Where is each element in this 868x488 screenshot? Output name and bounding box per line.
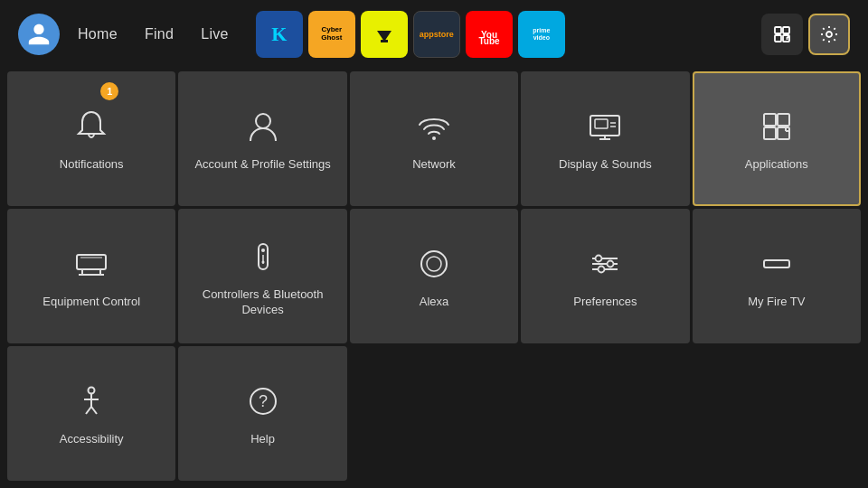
nav-find[interactable]: Find	[145, 26, 174, 42]
app-shortcut-bar: K CyberGhost appstore You Tube	[256, 11, 752, 58]
alexa-icon	[412, 242, 456, 286]
controllers-label: Controllers & Bluetooth Devices	[187, 287, 337, 318]
preferences-label: Preferences	[573, 295, 637, 310]
applications-icon	[755, 105, 798, 148]
myfiretv-label: My Fire TV	[748, 295, 805, 310]
grid-item-equipment[interactable]: Equipment Control	[7, 209, 175, 343]
svg-rect-25	[778, 127, 789, 139]
svg-text:?: ?	[259, 392, 268, 410]
svg-point-37	[261, 260, 264, 263]
svg-rect-46	[764, 260, 789, 267]
nav-links: Home Find Live	[78, 26, 229, 42]
app-appstore[interactable]: appstore	[413, 11, 460, 58]
grid-item-display[interactable]: Display & Sounds	[521, 71, 689, 206]
svg-rect-23	[778, 114, 789, 126]
settings-button[interactable]	[808, 14, 850, 55]
svg-line-51	[91, 407, 97, 414]
grid-item-preferences[interactable]: Preferences	[521, 209, 689, 343]
account-label: Account & Profile Settings	[194, 157, 330, 173]
grid-view-button[interactable]	[761, 14, 803, 55]
svg-point-35	[261, 249, 265, 252]
svg-rect-19	[595, 119, 608, 128]
grid-item-myfiretv[interactable]: My Fire TV	[693, 209, 861, 343]
svg-rect-9	[783, 35, 789, 42]
svg-line-50	[86, 407, 91, 414]
network-icon	[412, 105, 456, 148]
svg-rect-28	[77, 255, 106, 269]
svg-rect-8	[775, 35, 781, 42]
svg-point-14	[432, 136, 436, 140]
help-icon: ?	[241, 380, 285, 423]
alexa-label: Alexa	[420, 295, 449, 310]
svg-point-12	[826, 32, 832, 37]
display-label: Display & Sounds	[559, 157, 652, 173]
grid-item-alexa[interactable]: Alexa	[350, 209, 518, 343]
svg-rect-6	[775, 27, 781, 33]
equipment-label: Equipment Control	[42, 295, 140, 310]
svg-point-43	[596, 256, 602, 262]
notification-badge: 1	[100, 82, 118, 100]
nav-home[interactable]: Home	[78, 26, 118, 42]
preferences-icon	[583, 242, 627, 286]
nav-live[interactable]: Live	[201, 26, 229, 42]
svg-point-39	[427, 257, 441, 271]
svg-rect-7	[783, 27, 789, 33]
grid-item-controllers[interactable]: Controllers & Bluetooth Devices	[178, 209, 346, 343]
grid-item-accessibility[interactable]: Accessibility	[7, 346, 175, 481]
app-youtube[interactable]: You Tube	[466, 11, 513, 58]
user-avatar[interactable]	[18, 14, 60, 55]
grid-item-applications[interactable]: Applications	[693, 71, 861, 206]
svg-point-44	[608, 261, 614, 267]
accessibility-icon	[70, 380, 113, 423]
grid-item-help[interactable]: ? Help	[178, 346, 346, 481]
myfiretv-icon	[755, 242, 798, 286]
applications-label: Applications	[745, 157, 808, 173]
app-downloader[interactable]	[361, 11, 408, 58]
grid-item-network[interactable]: Network	[350, 71, 518, 206]
accessibility-label: Accessibility	[60, 432, 124, 447]
network-label: Network	[412, 157, 456, 173]
controllers-icon	[241, 235, 285, 278]
svg-rect-24	[764, 127, 776, 139]
app-prime-video[interactable]: primevideo	[518, 11, 565, 58]
top-navigation: Home Find Live K CyberGhost appstore	[0, 0, 868, 69]
equipment-icon	[70, 242, 113, 286]
svg-point-38	[421, 251, 447, 277]
app-kodi[interactable]: K	[256, 11, 303, 58]
svg-rect-2	[381, 40, 388, 42]
app-cyberghost[interactable]: CyberGhost	[308, 11, 355, 58]
help-label: Help	[250, 432, 275, 447]
settings-grid: 1 Notifications Account & Profile Settin…	[0, 69, 868, 488]
grid-item-account[interactable]: Account & Profile Settings	[178, 71, 346, 206]
display-icon	[583, 105, 627, 148]
grid-item-notifications[interactable]: 1 Notifications	[7, 71, 175, 206]
svg-text:Tube: Tube	[478, 36, 500, 46]
svg-point-13	[256, 114, 270, 128]
notifications-label: Notifications	[60, 157, 124, 173]
account-icon	[241, 105, 285, 148]
svg-rect-22	[764, 114, 776, 126]
notifications-icon	[70, 105, 113, 148]
svg-point-47	[89, 388, 95, 394]
svg-point-45	[599, 267, 605, 273]
nav-right-icons	[761, 14, 850, 55]
